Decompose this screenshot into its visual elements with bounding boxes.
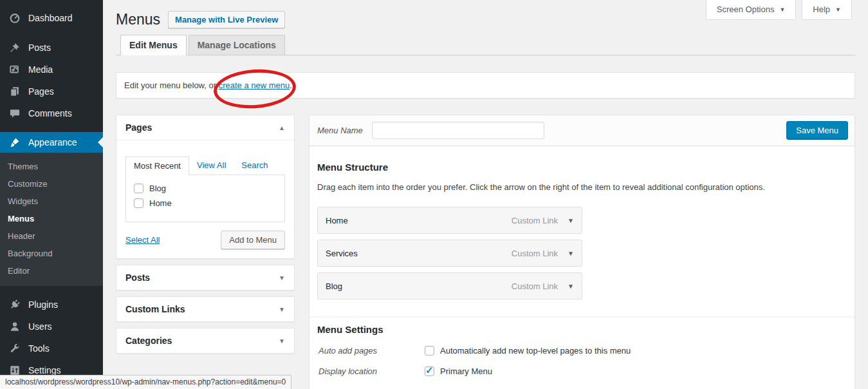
auto-add-pages-row: Auto add pages Automatically add new top… xyxy=(317,346,847,356)
custom-links-metabox: Custom Links ▼ xyxy=(116,296,295,322)
pages-metabox: Pages ▲ Most Recent View All Search Blog xyxy=(116,115,295,259)
sidebar-item-plugins[interactable]: Plugins xyxy=(0,294,103,316)
plugin-icon xyxy=(8,298,21,311)
admin-content: Screen Options ▼ Help ▼ Menus Manage wit… xyxy=(103,0,868,389)
nav-tabs: Edit Menus Manage Locations xyxy=(116,35,855,55)
item-options-arrow-icon[interactable]: ▼ xyxy=(568,283,574,290)
menu-item-type: Custom Link xyxy=(512,249,558,258)
sidebar-item-comments[interactable]: Comments xyxy=(0,102,103,124)
auto-add-pages-checkbox[interactable] xyxy=(425,346,434,356)
tab-search[interactable]: Search xyxy=(234,157,275,175)
sidebar-item-dashboard[interactable]: Dashboard xyxy=(0,7,103,29)
menu-item-blog[interactable]: Blog Custom Link ▼ xyxy=(317,272,582,299)
submenu-item-widgets[interactable]: Widgets xyxy=(0,193,103,210)
posts-metabox-title: Posts xyxy=(125,272,150,283)
checkbox-label: Home xyxy=(149,198,172,208)
user-icon xyxy=(8,320,21,333)
sidebar-item-label: Appearance xyxy=(28,137,77,147)
menu-structure-heading: Menu Structure xyxy=(317,162,847,173)
menu-item-title: Services xyxy=(326,249,358,258)
sidebar-item-label: Users xyxy=(28,321,52,332)
menu-name-bar: Menu Name Save Menu xyxy=(309,115,854,146)
sidebar-item-pages[interactable]: Pages xyxy=(0,81,103,102)
paintbrush-icon xyxy=(8,136,21,149)
submenu-item-header[interactable]: Header xyxy=(0,227,103,245)
admin-sidebar: Dashboard Posts Media Pages Comments App… xyxy=(0,0,103,389)
pages-icon xyxy=(8,85,21,98)
sidebar-item-label: Plugins xyxy=(28,299,58,310)
menu-item-services[interactable]: Services Custom Link ▼ xyxy=(317,240,582,267)
blog-checkbox[interactable] xyxy=(134,184,143,193)
sidebar-item-users[interactable]: Users xyxy=(0,316,103,337)
wrench-icon xyxy=(8,342,21,355)
item-options-arrow-icon[interactable]: ▼ xyxy=(568,250,574,257)
menu-settings-heading: Menu Settings xyxy=(317,324,847,335)
expand-arrow-icon[interactable]: ▼ xyxy=(279,274,285,281)
pages-metabox-header[interactable]: Pages ▲ xyxy=(116,115,294,140)
submenu-item-background[interactable]: Background xyxy=(0,245,103,262)
dashboard-icon xyxy=(8,12,21,24)
manage-live-preview-button[interactable]: Manage with Live Preview xyxy=(168,11,285,28)
menu-name-input[interactable] xyxy=(372,122,544,139)
screen-options-label: Screen Options xyxy=(717,5,775,14)
display-location-label: Display location xyxy=(317,366,425,376)
select-all-link[interactable]: Select All xyxy=(125,235,160,245)
submenu-item-customize[interactable]: Customize xyxy=(0,175,103,193)
custom-links-metabox-header[interactable]: Custom Links ▼ xyxy=(116,297,294,321)
sidebar-item-label: Comments xyxy=(28,108,72,119)
page-checkbox-row[interactable]: Blog xyxy=(134,184,277,193)
pushpin-icon xyxy=(8,41,21,54)
submenu-item-menus[interactable]: Menus xyxy=(0,210,103,227)
help-button[interactable]: Help ▼ xyxy=(802,0,852,20)
help-label: Help xyxy=(813,5,830,14)
chevron-down-icon: ▼ xyxy=(779,6,785,13)
tab-view-all[interactable]: View All xyxy=(189,157,234,175)
sidebar-item-posts[interactable]: Posts xyxy=(0,37,103,59)
sidebar-item-label: Settings xyxy=(28,365,61,375)
item-options-arrow-icon[interactable]: ▼ xyxy=(568,217,574,224)
pages-checklist: Blog Home xyxy=(125,175,285,222)
media-icon xyxy=(8,63,21,76)
sidebar-item-appearance[interactable]: Appearance xyxy=(0,132,103,153)
checkbox-label: Blog xyxy=(149,184,166,193)
page-checkbox-row[interactable]: Home xyxy=(134,198,277,208)
screen-options-button[interactable]: Screen Options ▼ xyxy=(706,0,797,20)
edit-menu-notice: Edit your menu below, or create a new me… xyxy=(116,72,855,99)
screen-meta-links: Screen Options ▼ Help ▼ xyxy=(706,0,852,20)
tab-manage-locations[interactable]: Manage Locations xyxy=(189,35,285,55)
tab-edit-menus[interactable]: Edit Menus xyxy=(120,35,187,55)
menu-structure-description: Drag each item into the order you prefer… xyxy=(317,182,847,192)
collapse-arrow-icon[interactable]: ▲ xyxy=(279,124,285,131)
home-checkbox[interactable] xyxy=(134,198,143,208)
categories-metabox-title: Categories xyxy=(125,336,172,346)
sidebar-item-label: Pages xyxy=(28,86,54,97)
menu-item-home[interactable]: Home Custom Link ▼ xyxy=(317,207,582,234)
expand-arrow-icon[interactable]: ▼ xyxy=(279,337,285,345)
browser-status-tooltip: localhost/wordpress/wordpress10/wp-admin… xyxy=(0,375,291,389)
add-to-menu-button[interactable]: Add to Menu xyxy=(221,231,285,249)
menu-item-source-column: Pages ▲ Most Recent View All Search Blog xyxy=(116,115,295,359)
categories-metabox: Categories ▼ xyxy=(116,328,295,354)
section-divider xyxy=(309,317,854,318)
submenu-item-themes[interactable]: Themes xyxy=(0,158,103,175)
expand-arrow-icon[interactable]: ▼ xyxy=(279,306,285,313)
primary-menu-option[interactable]: Primary Menu xyxy=(425,366,492,376)
custom-links-metabox-title: Custom Links xyxy=(125,304,185,314)
auto-add-pages-option[interactable]: Automatically add new top-level pages to… xyxy=(425,346,631,356)
categories-metabox-header[interactable]: Categories ▼ xyxy=(116,328,294,353)
page-title: Menus xyxy=(116,10,160,29)
posts-metabox: Posts ▼ xyxy=(116,265,295,290)
auto-add-pages-label: Auto add pages xyxy=(317,346,425,356)
sidebar-item-label: Tools xyxy=(28,343,50,354)
posts-metabox-header[interactable]: Posts ▼ xyxy=(116,265,294,290)
create-new-menu-link[interactable]: create a new menu xyxy=(219,81,290,90)
save-menu-button[interactable]: Save Menu xyxy=(786,121,848,140)
sidebar-item-tools[interactable]: Tools xyxy=(0,337,103,359)
sidebar-item-media[interactable]: Media xyxy=(0,59,103,81)
notice-text: Edit your menu below, or xyxy=(124,81,219,90)
primary-menu-checkbox[interactable] xyxy=(425,366,434,376)
sidebar-item-label: Dashboard xyxy=(28,13,73,23)
chevron-down-icon: ▼ xyxy=(835,6,841,13)
tab-most-recent[interactable]: Most Recent xyxy=(125,157,189,175)
submenu-item-editor[interactable]: Editor xyxy=(0,262,103,280)
